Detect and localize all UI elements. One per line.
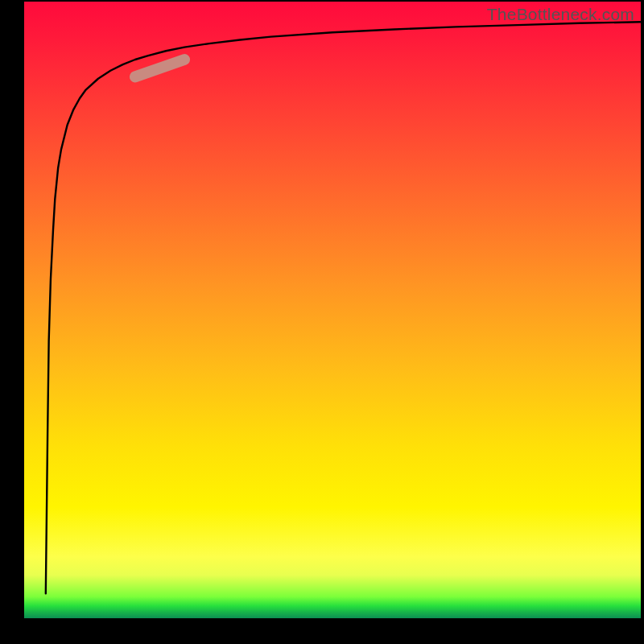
chart-frame: TheBottleneck.com bbox=[0, 0, 644, 644]
plot-area: TheBottleneck.com bbox=[24, 2, 641, 618]
curve-layer bbox=[24, 2, 641, 618]
highlight-marker bbox=[135, 60, 184, 76]
svg-line-0 bbox=[135, 60, 184, 76]
curve-path bbox=[46, 22, 641, 593]
